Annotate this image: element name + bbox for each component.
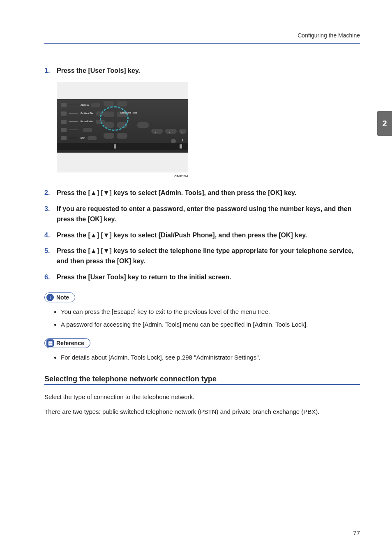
body-paragraph: There are two types: public switched tel…: [44, 406, 360, 417]
step-3: If you are requested to enter a password…: [44, 204, 360, 225]
step-text: Press the [User Tools] key to return to …: [57, 274, 231, 281]
note-list: You can press the [Escape] key to exit t…: [44, 306, 360, 330]
subsection-heading: Selecting the telephone network connecti…: [44, 375, 360, 383]
step-4: Press the [▲] [▼] keys to select [Dial/P…: [44, 230, 360, 241]
body-paragraph: Select the type of connection to the tel…: [44, 392, 360, 402]
reference-list: For details about [Admin. Tools Lock], s…: [44, 352, 360, 363]
step-6: Press the [User Tools] key to return to …: [44, 272, 360, 283]
step-2: Press the [▲] [▼] keys to select [Admin.…: [44, 188, 360, 198]
note-label: Note: [56, 294, 69, 301]
figure-wrap: Address On Hook Dial Pause/Redial Shift: [57, 82, 360, 179]
step-text: If you are requested to enter a password…: [57, 205, 352, 223]
callout-label: Shortcut to Func.: [120, 111, 137, 115]
control-panel-figure: Address On Hook Dial Pause/Redial Shift: [57, 82, 188, 179]
figure-image: Address On Hook Dial Pause/Redial Shift: [57, 82, 188, 172]
note-item: A password for accessing the [Admin. Too…: [61, 319, 360, 330]
printer-panel: Address On Hook Dial Pause/Redial Shift: [57, 99, 188, 153]
page: Configuring the Machine 2 Press the [Use…: [0, 0, 392, 557]
figure-id: CMF134: [57, 174, 188, 179]
step-text: Press the [▲] [▼] keys to select the tel…: [57, 247, 354, 265]
reference-icon: ▤: [46, 339, 54, 347]
reference-item: For details about [Admin. Tools Lock], s…: [61, 352, 360, 363]
step-1: Press the [User Tools] key. Address On H…: [44, 66, 360, 179]
step-text: Press the [User Tools] key.: [57, 67, 140, 74]
header-rule: [44, 43, 360, 44]
subsection-rule: [44, 384, 360, 385]
note-item: You can press the [Escape] key to exit t…: [61, 306, 360, 317]
reference-badge: ▤ Reference: [44, 338, 90, 348]
step-5: Press the [▲] [▼] keys to select the tel…: [44, 246, 360, 267]
page-number: 77: [353, 529, 360, 536]
step-text: Press the [▲] [▼] keys to select [Admin.…: [57, 189, 296, 196]
reference-label: Reference: [56, 340, 84, 346]
note-badge: ↓ Note: [44, 292, 75, 302]
note-icon: ↓: [46, 294, 54, 301]
step-text: Press the [▲] [▼] keys to select [Dial/P…: [57, 232, 307, 239]
procedure-list: Press the [User Tools] key. Address On H…: [44, 66, 360, 283]
chapter-tab: 2: [377, 111, 392, 136]
running-header: Configuring the Machine: [44, 32, 360, 39]
